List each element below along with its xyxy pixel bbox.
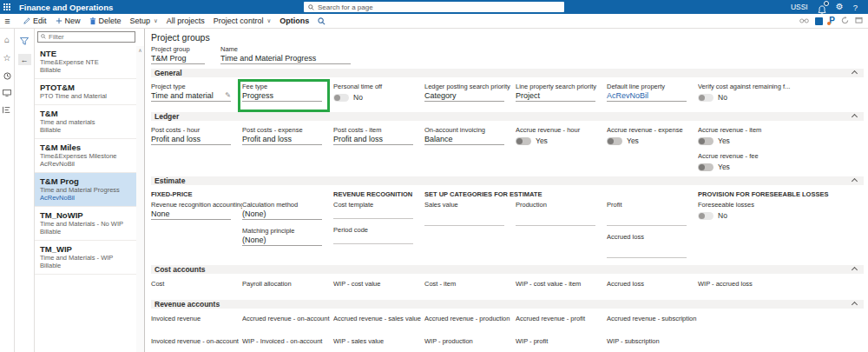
wip-cost-value-field[interactable]: WIP - cost value bbox=[333, 280, 424, 288]
toggle-off[interactable] bbox=[698, 94, 713, 102]
name-field[interactable]: Name Time and Material Progress bbox=[220, 45, 351, 64]
accrued-revenue-on-account-field[interactable]: Accrued revenue - on-account bbox=[242, 315, 333, 322]
list-item[interactable]: NTE Time&Expense NTE Billable bbox=[35, 45, 144, 79]
collapse-panel-arrow[interactable]: ← bbox=[18, 54, 31, 65]
workspaces-icon[interactable] bbox=[3, 90, 11, 96]
payroll-allocation-field[interactable]: Payroll allocation bbox=[242, 280, 333, 288]
section-header-estimate[interactable]: Estimate bbox=[151, 176, 864, 185]
list-item[interactable]: T&M Miles Time&Expenses Milestone AcRevN… bbox=[35, 139, 144, 173]
toggle-on[interactable] bbox=[516, 137, 531, 145]
matching-principle-field[interactable]: Matching principle (None) bbox=[242, 227, 333, 246]
project-type-field[interactable]: Project type Time and material✎ bbox=[151, 83, 242, 102]
accrued-revenue-sales-value-field[interactable]: Accrued revenue - sales value bbox=[333, 315, 424, 322]
post-costs-expense-field[interactable]: Post costs - expense Profit and loss bbox=[242, 126, 333, 145]
line-property-priority-field[interactable]: Line property search priority Project bbox=[516, 83, 607, 102]
foreseeable-losses-toggle[interactable]: Foreseeable losses No bbox=[698, 201, 868, 220]
period-code-field[interactable]: Period code bbox=[333, 226, 424, 244]
actionbar-search-icon[interactable] bbox=[318, 17, 326, 25]
collapse-chevron-icon[interactable] bbox=[852, 301, 858, 307]
toggle-off[interactable] bbox=[698, 212, 713, 220]
recent-clock-icon[interactable] bbox=[3, 72, 11, 80]
sales-value-field[interactable]: Sales value bbox=[424, 201, 516, 226]
list-scrollbar[interactable]: ∧ bbox=[136, 46, 144, 352]
wip-subscription-field[interactable]: WIP - subscription bbox=[607, 337, 698, 345]
verify-cost-toggle[interactable]: Verify cost against remaining f... No bbox=[698, 83, 868, 102]
help-icon[interactable]: ? bbox=[853, 3, 858, 12]
invoiced-revenue-on-account-field[interactable]: Invoiced revenue - on-account bbox=[151, 337, 242, 345]
wip-cost-value-item-field[interactable]: WIP - cost value - item bbox=[516, 280, 607, 288]
notifications-bell-icon[interactable] bbox=[818, 3, 826, 12]
wip-accrued-loss-field[interactable]: WIP - accrued loss bbox=[698, 280, 868, 288]
calculation-method-field[interactable]: Calculation method (None) bbox=[242, 201, 333, 220]
list-item[interactable]: T&M Time and materials Billable bbox=[35, 105, 144, 139]
favorites-star-icon[interactable]: ☆ bbox=[3, 54, 11, 63]
wip-sales-value-field[interactable]: WIP - sales value bbox=[333, 337, 424, 345]
collapse-chevron-icon[interactable] bbox=[852, 113, 858, 119]
section-header-ledger[interactable]: Ledger bbox=[151, 112, 864, 121]
section-header-revenue-accounts[interactable]: Revenue accounts bbox=[151, 300, 864, 309]
section-header-general[interactable]: General bbox=[151, 69, 864, 77]
ledger-posting-priority-field[interactable]: Ledger posting search priority Category bbox=[424, 83, 516, 102]
eyeglasses-icon[interactable] bbox=[799, 17, 809, 25]
modules-list-icon[interactable] bbox=[3, 106, 11, 114]
hamburger-menu-icon[interactable]: ≡ bbox=[0, 16, 15, 26]
accrue-revenue-fee-toggle[interactable]: Accrue revenue - fee Yes bbox=[698, 152, 868, 171]
list-item[interactable]: PTOT&M PTO Time and Material bbox=[35, 79, 144, 105]
filter-funnel-icon[interactable] bbox=[20, 33, 29, 49]
personal-time-off-toggle[interactable]: Personal time off No bbox=[333, 83, 424, 102]
section-header-cost-accounts[interactable]: Cost accounts bbox=[151, 265, 864, 274]
collapse-chevron-icon[interactable] bbox=[852, 177, 858, 183]
app-launcher-icon[interactable] bbox=[0, 0, 14, 14]
default-line-property-field[interactable]: Default line property AcRevNoBil bbox=[607, 83, 698, 102]
popout-window-icon[interactable] bbox=[855, 17, 863, 25]
accrued-revenue-subscription-field[interactable]: Accrued revenue - subscription bbox=[607, 315, 698, 322]
cost-template-field[interactable]: Cost template bbox=[333, 201, 424, 219]
accrue-revenue-hour-toggle[interactable]: Accrue revenue - hour Yes bbox=[516, 126, 607, 145]
options-button[interactable]: Options bbox=[279, 17, 309, 25]
list-item[interactable]: TM_WIP Time and Materials - WIP Billable bbox=[35, 241, 144, 275]
on-account-invoicing-field[interactable]: On-account invoicing Balance bbox=[424, 126, 516, 145]
project-control-menu-button[interactable]: Project control ∨ bbox=[214, 17, 271, 25]
office-app-icon[interactable] bbox=[815, 17, 823, 25]
collapse-chevron-icon[interactable] bbox=[852, 266, 858, 272]
accrue-revenue-expense-toggle[interactable]: Accrue revenue - expense Yes bbox=[607, 126, 698, 145]
project-group-field[interactable]: Project group T&M Prog bbox=[151, 45, 205, 64]
edit-button[interactable]: Edit bbox=[23, 17, 47, 25]
accrued-revenue-production-field[interactable]: Accrued revenue - production bbox=[424, 315, 516, 322]
setup-menu-button[interactable]: Setup ∨ bbox=[130, 17, 158, 25]
accrued-revenue-profit-field[interactable]: Accrued revenue - profit bbox=[516, 315, 607, 322]
fee-type-field[interactable]: Fee type Progress bbox=[242, 83, 333, 102]
cost-item-field[interactable]: Cost - item bbox=[424, 280, 516, 288]
home-icon[interactable]: ⌂ bbox=[4, 36, 10, 44]
new-button[interactable]: New bbox=[56, 17, 81, 25]
settings-gear-icon[interactable]: ⚙ bbox=[836, 3, 844, 11]
production-field[interactable]: Production bbox=[516, 201, 607, 226]
post-costs-hour-field[interactable]: Post costs - hour Profit and loss bbox=[151, 126, 242, 145]
list-item-selected[interactable]: T&M Prog Time and Material Progress AcRe… bbox=[35, 173, 144, 207]
delete-button[interactable]: Delete bbox=[89, 17, 122, 25]
default-line-property-link[interactable]: AcRevNoBil bbox=[607, 90, 648, 101]
all-projects-button[interactable]: All projects bbox=[167, 17, 205, 25]
cost-field[interactable]: Cost bbox=[151, 280, 242, 288]
invoiced-revenue-field[interactable]: Invoiced revenue bbox=[151, 315, 242, 322]
wip-profit-field[interactable]: WIP - profit bbox=[516, 337, 607, 345]
refresh-icon[interactable] bbox=[841, 17, 849, 26]
filter-input[interactable]: Filter bbox=[37, 31, 135, 43]
accrued-loss-field[interactable]: Accrued loss bbox=[607, 233, 698, 258]
accrue-revenue-item-toggle[interactable]: Accrue revenue - item Yes bbox=[698, 126, 868, 145]
toggle-on[interactable] bbox=[607, 137, 622, 145]
revenue-recognition-accounting-field[interactable]: Revenue recognition accounting... None bbox=[151, 201, 242, 220]
accrued-loss-field[interactable]: Accrued loss bbox=[607, 280, 698, 288]
toggle-off[interactable] bbox=[333, 94, 349, 102]
list-item[interactable]: TM_NoWIP Time and Materials - No WIP Bil… bbox=[35, 207, 144, 241]
toggle-on[interactable] bbox=[698, 137, 713, 145]
wip-production-field[interactable]: WIP - production bbox=[424, 337, 516, 345]
page-search-input[interactable]: Search for a page bbox=[304, 2, 564, 12]
wip-invoiced-on-account-field[interactable]: WIP - Invoiced - on-account bbox=[242, 337, 333, 345]
collapse-chevron-icon[interactable] bbox=[852, 70, 858, 76]
power-apps-icon[interactable]: P bbox=[829, 17, 835, 25]
company-selector[interactable]: USSI bbox=[791, 3, 808, 11]
profit-field[interactable]: Profit bbox=[607, 201, 698, 226]
toggle-on[interactable] bbox=[698, 163, 713, 171]
post-costs-item-field[interactable]: Post costs - item Profit and loss bbox=[333, 126, 424, 145]
